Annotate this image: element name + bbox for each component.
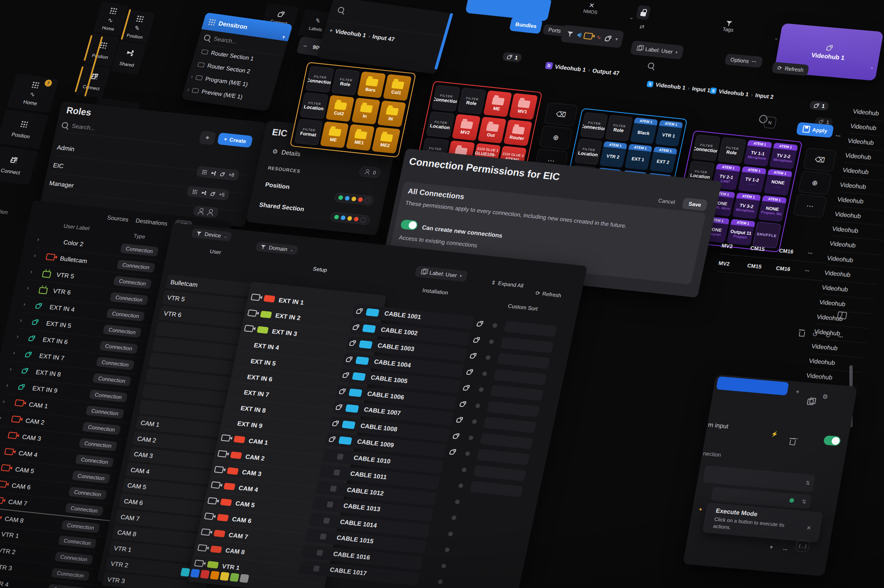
input-link-row[interactable]: S Videohub 1 › Input 2 — [709, 83, 775, 104]
color-dots[interactable] — [329, 212, 370, 226]
more-options-icon[interactable]: ⋯ — [835, 133, 842, 139]
palette-chip[interactable] — [180, 568, 190, 577]
router-button[interactable]: FILTER MV2 — [452, 114, 481, 141]
redo-icon[interactable]: ↻ — [825, 332, 832, 340]
copy-icon[interactable] — [807, 399, 814, 405]
save-button[interactable]: Save — [682, 198, 708, 211]
tab-sources[interactable]: Sources — [107, 214, 129, 223]
keypad-key[interactable]: ⋯ — [793, 194, 827, 218]
router-button[interactable]: FILTER Role — [331, 68, 360, 95]
cyan-chip[interactable] — [342, 420, 356, 429]
router-button[interactable]: FILTER Location — [300, 92, 329, 119]
chevron-down-icon[interactable]: ⌄ — [629, 14, 635, 21]
device-filter-dropdown[interactable]: Device ⌄ — [191, 228, 232, 242]
palette-chip[interactable] — [210, 571, 220, 580]
apply-button[interactable]: Apply — [796, 122, 834, 138]
cyan-chip[interactable] — [348, 388, 362, 397]
domain-filter-dropdown[interactable]: Domain ⌄ — [255, 242, 299, 255]
router-button[interactable]: FILTER MV1 — [509, 93, 538, 120]
breadcrumb-port[interactable]: Output 47 — [592, 67, 620, 76]
nmos-block[interactable]: ✕ NMOS — [583, 1, 600, 15]
router-button[interactable]: FILTER ATEM 1 EXT 2 — [649, 146, 677, 173]
color-chip[interactable] — [214, 530, 226, 537]
nfc-icon[interactable]: N — [763, 116, 777, 129]
search-icon[interactable] — [647, 62, 655, 69]
chevron-down-icon[interactable]: ⌄ — [870, 64, 875, 70]
video-icon[interactable] — [583, 32, 593, 40]
router-button[interactable]: FILTER ATEM 1 Black — [630, 118, 658, 144]
tags-block[interactable]: Tags — [722, 19, 735, 33]
color-chip[interactable] — [230, 452, 242, 459]
router-button[interactable]: FILTER ATEM 1 VTR 2 — [600, 141, 628, 168]
label-mode-dropdown[interactable]: Label: User ▾ — [630, 40, 684, 59]
color-chip[interactable] — [227, 467, 239, 475]
breadcrumb-device[interactable]: Videohub 1 — [554, 63, 586, 73]
router-button[interactable]: FILTER Connection — [692, 134, 721, 161]
cancel-button[interactable]: Cancel — [658, 198, 675, 205]
matrix-cell[interactable]: CM15 — [747, 262, 773, 270]
router-button[interactable]: FILTER Connection — [580, 112, 608, 139]
router-button[interactable]: FILTER Router — [503, 119, 532, 146]
options-button[interactable]: Options ⋯ — [724, 54, 763, 68]
custom-sort-cell[interactable] — [497, 353, 550, 369]
custom-sort-cell[interactable] — [487, 401, 540, 417]
lightning-icon[interactable]: ⚡ — [771, 430, 778, 437]
color-chip[interactable] — [210, 546, 222, 553]
column-header-type[interactable]: Type — [133, 233, 146, 240]
tab-destinations[interactable]: Destinations — [135, 217, 168, 227]
router-button[interactable]: FILTER In — [351, 98, 380, 125]
router-button[interactable]: FILTER Out — [477, 117, 506, 143]
caret-down-icon[interactable]: ▾ — [769, 544, 773, 550]
color-chip[interactable] — [263, 295, 275, 302]
create-button[interactable]: + Create — [217, 132, 253, 148]
router-button[interactable]: FILTER ATEM 1 TV 1-1 Microphone — [743, 140, 772, 167]
router-button[interactable]: FILTER ME — [483, 90, 512, 117]
matrix-cell[interactable]: MV2 — [721, 242, 748, 250]
chevron-right-icon[interactable]: › — [9, 365, 23, 373]
custom-sort-cell[interactable] — [470, 481, 523, 497]
stepper-icon[interactable]: ⇅ — [805, 480, 810, 486]
custom-sort-cell[interactable] — [477, 449, 530, 466]
breadcrumb-device[interactable]: Videohub 1 — [334, 28, 367, 38]
color-chip[interactable] — [217, 514, 229, 522]
chevron-down-icon[interactable]: ▾ — [615, 36, 618, 42]
router-button[interactable]: FILTER ME2 — [371, 127, 400, 153]
router-button[interactable]: FILTER ATEM 1 NONE - - - — [764, 169, 792, 195]
gear-icon[interactable]: ⚙ — [822, 393, 829, 401]
color-chip[interactable] — [223, 483, 235, 490]
palette-chip[interactable] — [220, 572, 230, 581]
custom-sort-cell[interactable] — [501, 337, 554, 353]
keypad-key[interactable]: ⊕ — [539, 125, 573, 150]
search-icon[interactable] — [337, 7, 345, 14]
more-options-icon[interactable]: ⋯ — [793, 436, 799, 442]
palette-chip[interactable] — [239, 574, 249, 583]
swap-icon[interactable]: ⇄ — [639, 23, 645, 30]
router-button[interactable]: FILTER ATEM 1 TV 3-2 Microphone, — [732, 193, 761, 219]
zoom-out-button[interactable]: − — [303, 42, 308, 49]
chevron-right-icon[interactable]: › — [23, 301, 36, 308]
keypad-key[interactable]: ⌫ — [803, 148, 837, 172]
chevron-right-icon[interactable]: › — [33, 252, 47, 260]
router-button[interactable]: FILTER IN — [377, 100, 406, 127]
cyan-chip[interactable] — [366, 308, 380, 317]
color-dots[interactable] — [334, 192, 374, 206]
tab-bundles[interactable]: Bundles — [509, 16, 543, 34]
enabled-toggle[interactable] — [823, 435, 841, 446]
create-connections-toggle[interactable] — [400, 219, 418, 230]
plus-icon[interactable]: + — [795, 388, 800, 396]
router-button[interactable]: FILTER Col2 — [326, 95, 355, 122]
chevron-down-icon[interactable]: ⌄ — [774, 35, 779, 41]
router-button[interactable]: FILTER ATEM 1 TV 1-2 - - - — [738, 166, 766, 193]
matrix-cell[interactable]: CM16 — [776, 265, 802, 273]
chevron-right-icon[interactable]: › — [16, 333, 30, 341]
more-options-icon[interactable]: ⋯ — [838, 334, 844, 340]
palette-chip[interactable] — [190, 569, 200, 578]
stepper-icon[interactable]: ⇅ — [801, 499, 806, 505]
trash-icon[interactable] — [799, 331, 805, 337]
custom-sort-cell[interactable] — [473, 465, 527, 481]
matrix-cell[interactable]: MV2 — [718, 260, 745, 268]
more-options-icon[interactable]: ⋯ — [804, 268, 811, 273]
audio-icon[interactable] — [576, 33, 580, 37]
input-breadcrumb[interactable]: + Videohub 1 › Input 47 — [329, 27, 395, 43]
router-button[interactable]: FILTER Role — [605, 115, 633, 141]
